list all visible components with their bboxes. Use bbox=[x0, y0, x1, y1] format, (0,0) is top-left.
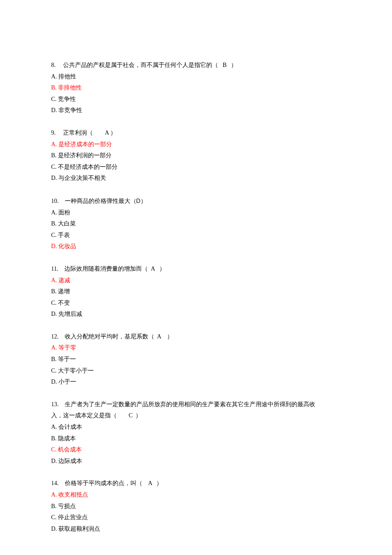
q-num: 12. bbox=[51, 333, 59, 340]
option-d: D. 与企业决策不相关 bbox=[51, 173, 341, 184]
question-stem: 13. 生产者为了生产一定数量的产品所放弃的使用相同的生产要素在其它生产用途中所… bbox=[51, 399, 341, 410]
question-9: 9. 正常利润（ A ） A. 是经济成本的一部分 B. 是经济利润的一部分 C… bbox=[51, 127, 341, 184]
question-stem: 12. 收入分配绝对平均时，基尼系数（ A ） bbox=[51, 331, 341, 343]
q-num: 10. bbox=[51, 198, 59, 204]
q-num: 8. bbox=[51, 62, 56, 68]
q-answer: A bbox=[105, 130, 109, 136]
q-text-pre: 价格等于平均成本的点，叫（ bbox=[65, 480, 142, 486]
q-answer: A bbox=[157, 333, 161, 340]
option-d: D. 非竞争性 bbox=[51, 105, 341, 116]
q-text-pre: 边际效用随着消费量的增加而（ bbox=[64, 266, 148, 272]
option-a: A. 会计成本 bbox=[51, 422, 341, 433]
option-d: D. 小于一 bbox=[51, 376, 341, 388]
q-text-post: ） bbox=[156, 480, 162, 486]
q-num: 13. bbox=[51, 401, 59, 408]
q-answer: A bbox=[151, 266, 155, 272]
q-answer: A bbox=[148, 480, 152, 486]
option-a: A. 等于零 bbox=[51, 342, 341, 354]
q-num: 9. bbox=[51, 130, 56, 136]
question-14: 14. 价格等于平均成本的点，叫（ A ） A. 收支相抵点 B. 亏损点 C.… bbox=[51, 478, 341, 535]
q-text-post: ） bbox=[159, 266, 165, 272]
option-b: B. 隐成本 bbox=[51, 433, 341, 445]
option-d: D. 获取超额利润点 bbox=[51, 523, 341, 535]
q-text-pre: 正常利润（ bbox=[63, 130, 93, 136]
option-b: B. 亏损点 bbox=[51, 501, 341, 512]
question-8: 8. 公共产品的产权是属于社会，而不属于任何个人是指它的（ B ） A. 排他性… bbox=[51, 60, 341, 116]
q-text-line2: 入，这一成本定义是指（ bbox=[51, 412, 117, 419]
q-text-post: ） bbox=[231, 62, 237, 68]
question-13: 13. 生产者为了生产一定数量的产品所放弃的使用相同的生产要素在其它生产用途中所… bbox=[51, 399, 341, 467]
q-text-post: ） bbox=[135, 412, 141, 419]
option-a: A. 排他性 bbox=[51, 71, 341, 83]
option-b: B. 非排他性 bbox=[51, 82, 341, 94]
option-d: D. 化妆品 bbox=[51, 241, 341, 252]
q-text-pre: 收入分配绝对平均时，基尼系数（ bbox=[65, 333, 154, 340]
option-a: A. 是经济成本的一部分 bbox=[51, 139, 341, 150]
option-b: B. 大白菜 bbox=[51, 218, 341, 230]
q-text-post: ） bbox=[167, 333, 173, 340]
option-b: B. 递增 bbox=[51, 286, 341, 298]
option-a: A. 面粉 bbox=[51, 207, 341, 219]
option-b: B. 等于一 bbox=[51, 354, 341, 365]
option-a: A. 递减 bbox=[51, 275, 341, 286]
option-c: C. 大于零小于一 bbox=[51, 365, 341, 377]
question-12: 12. 收入分配绝对平均时，基尼系数（ A ） A. 等于零 B. 等于一 C.… bbox=[51, 331, 341, 388]
option-c: C. 手表 bbox=[51, 230, 341, 241]
question-11: 11. 边际效用随着消费量的增加而（ A ） A. 递减 B. 递增 C. 不变… bbox=[51, 263, 341, 320]
q-text-pre: 公共产品的产权是属于社会，而不属于任何个人是指它的（ bbox=[63, 62, 218, 68]
q-text-post: ） bbox=[110, 130, 116, 136]
option-c: C. 不是经济成本的一部分 bbox=[51, 162, 341, 173]
question-stem: 14. 价格等于平均成本的点，叫（ A ） bbox=[51, 478, 341, 489]
q-text-post: ） bbox=[141, 198, 147, 204]
q-answer: C bbox=[129, 412, 133, 419]
question-stem: 9. 正常利润（ A ） bbox=[51, 127, 341, 139]
document-page: 8. 公共产品的产权是属于社会，而不属于任何个人是指它的（ B ） A. 排他性… bbox=[0, 0, 392, 555]
option-c: C. 不变 bbox=[51, 298, 341, 309]
q-answer: B bbox=[223, 62, 227, 68]
option-d: D. 先增后减 bbox=[51, 309, 341, 320]
question-stem-line2: 入，这一成本定义是指（ C ） bbox=[51, 410, 341, 422]
option-c: C. 停止营业点 bbox=[51, 512, 341, 523]
question-stem: 8. 公共产品的产权是属于社会，而不属于任何个人是指它的（ B ） bbox=[51, 60, 341, 71]
q-answer: D bbox=[136, 197, 141, 204]
option-c: C. 竞争性 bbox=[51, 94, 341, 105]
option-b: B. 是经济利润的一部分 bbox=[51, 150, 341, 162]
q-num: 11. bbox=[51, 266, 58, 272]
question-stem: 11. 边际效用随着消费量的增加而（ A ） bbox=[51, 263, 341, 275]
option-a: A. 收支相抵点 bbox=[51, 489, 341, 501]
q-num: 14. bbox=[51, 480, 59, 486]
q-text-pre: 生产者为了生产一定数量的产品所放弃的使用相同的生产要素在其它生产用途中所得到的最… bbox=[65, 401, 315, 408]
option-c: C. 机会成本 bbox=[51, 444, 341, 456]
q-text-pre: 一种商品的价格弹性最大（ bbox=[65, 198, 136, 204]
question-stem: 10. 一种商品的价格弹性最大（D） bbox=[51, 195, 341, 207]
question-10: 10. 一种商品的价格弹性最大（D） A. 面粉 B. 大白菜 C. 手表 D.… bbox=[51, 195, 341, 252]
option-d: D. 边际成本 bbox=[51, 456, 341, 467]
